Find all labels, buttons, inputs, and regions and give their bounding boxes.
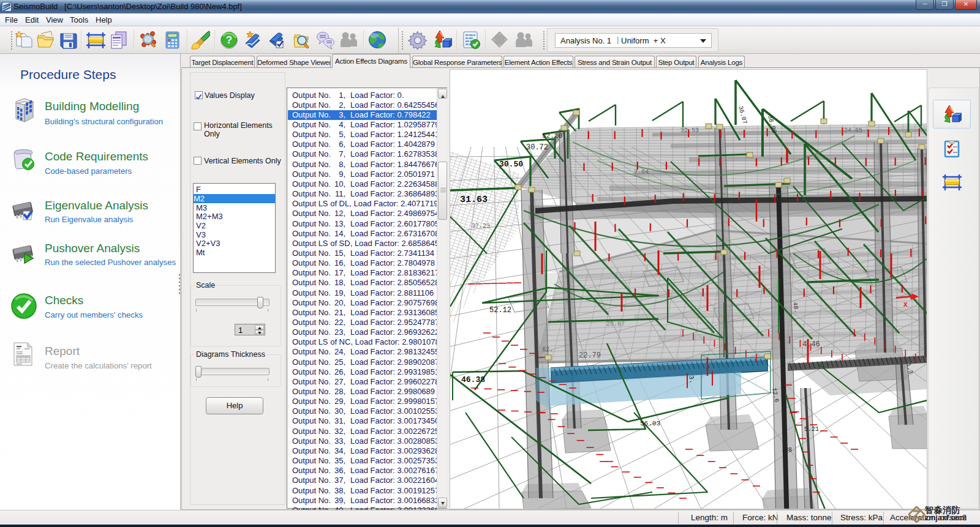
svg-text:7.64: 7.64: [634, 169, 649, 176]
svg-text:30.72: 30.72: [526, 143, 548, 152]
svg-text:32.26: 32.26: [542, 132, 562, 140]
svg-text:30.50: 30.50: [499, 160, 523, 169]
svg-text:36.07: 36.07: [737, 105, 748, 125]
svg-text:.38: .38: [781, 447, 792, 454]
svg-text:?: ?: [226, 34, 232, 46]
svg-text:22.79: 22.79: [579, 351, 601, 360]
svg-text:25.67: 25.67: [606, 321, 625, 327]
svg-text:5.21: 5.21: [804, 426, 819, 433]
svg-text:24.85: 24.85: [844, 127, 862, 134]
svg-text:32.53: 32.53: [680, 127, 699, 134]
svg-text:X: X: [903, 301, 908, 308]
svg-text:56.03: 56.03: [640, 420, 660, 427]
svg-text:4.46: 4.46: [802, 340, 820, 349]
svg-text:3.: 3.: [687, 375, 696, 384]
svg-text:62.: 62.: [542, 346, 553, 353]
svg-text:46.38: 46.38: [461, 375, 485, 384]
svg-text:37.23: 37.23: [472, 223, 490, 230]
svg-text:50.68: 50.68: [658, 365, 677, 372]
svg-text:52.12: 52.12: [489, 306, 511, 315]
svg-text:31.63: 31.63: [460, 195, 488, 205]
